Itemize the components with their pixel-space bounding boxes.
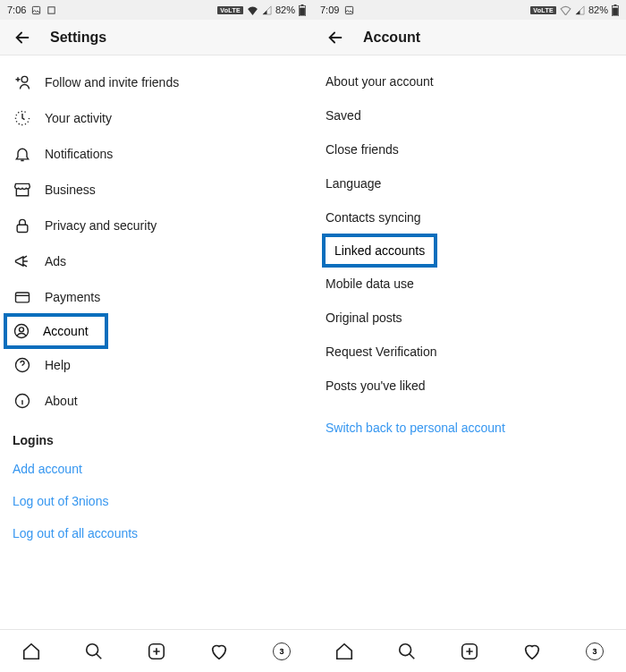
header: Settings xyxy=(0,20,313,55)
signal-icon xyxy=(575,5,585,15)
account-item-linked-accounts[interactable]: Linked accounts xyxy=(322,234,437,268)
settings-item-help[interactable]: Help xyxy=(0,347,313,383)
item-label: Ads xyxy=(45,254,66,268)
settings-item-ads[interactable]: Ads xyxy=(0,243,313,279)
profile-icon[interactable]: 3 xyxy=(585,642,605,661)
account-item-language[interactable]: Language xyxy=(313,166,626,200)
volte-badge: VoLTE xyxy=(530,6,556,14)
settings-item-notifications[interactable]: Notifications xyxy=(0,136,313,172)
settings-list: Follow and invite friends Your activity … xyxy=(0,55,313,549)
account-item-mobile-data[interactable]: Mobile data use xyxy=(313,267,626,301)
svg-rect-4 xyxy=(300,7,305,15)
settings-item-about[interactable]: About xyxy=(0,383,313,419)
svg-point-5 xyxy=(21,76,28,82)
megaphone-icon xyxy=(13,252,32,270)
profile-icon[interactable]: 3 xyxy=(272,642,292,661)
item-label: Your activity xyxy=(45,111,112,125)
item-label: Linked accounts xyxy=(334,243,425,258)
account-item-contacts[interactable]: Contacts syncing xyxy=(313,200,626,234)
signal-icon xyxy=(262,5,272,15)
settings-panel: 7:06 VoLTE 82% xyxy=(0,0,313,549)
svg-point-16 xyxy=(87,643,98,655)
account-item-verification[interactable]: Request Verification xyxy=(313,335,626,369)
status-time: 7:06 xyxy=(7,4,26,15)
home-icon[interactable] xyxy=(21,642,41,661)
card-icon xyxy=(13,288,32,306)
screenshot-icon xyxy=(47,5,56,15)
settings-item-business[interactable]: Business xyxy=(0,172,313,208)
image-icon xyxy=(344,5,354,15)
account-icon xyxy=(13,322,30,340)
item-label: About xyxy=(45,394,78,408)
item-label: Payments xyxy=(45,290,100,304)
logins-header: Logins xyxy=(0,419,313,453)
status-bar: 7:06 VoLTE 82% xyxy=(0,0,313,20)
storefront-icon xyxy=(13,181,32,199)
image-icon xyxy=(31,5,41,15)
logout-user-link[interactable]: Log out of 3nions xyxy=(0,485,313,517)
settings-item-follow-invite[interactable]: Follow and invite friends xyxy=(0,64,313,100)
search-icon[interactable] xyxy=(397,642,417,661)
add-account-link[interactable]: Add account xyxy=(0,453,313,485)
heart-icon[interactable] xyxy=(209,642,229,661)
account-item-close-friends[interactable]: Close friends xyxy=(313,132,626,166)
settings-item-activity[interactable]: Your activity xyxy=(0,100,313,136)
settings-item-payments[interactable]: Payments xyxy=(0,279,313,315)
logout-all-link[interactable]: Log out of all accounts xyxy=(0,517,313,549)
svg-rect-15 xyxy=(613,7,618,15)
heart-icon[interactable] xyxy=(522,642,542,661)
svg-point-9 xyxy=(20,327,24,332)
settings-item-privacy[interactable]: Privacy and security xyxy=(0,208,313,243)
battery-icon xyxy=(299,4,306,16)
settings-item-account[interactable]: Account xyxy=(4,313,108,349)
status-time: 7:09 xyxy=(320,4,339,15)
page-title: Account xyxy=(363,30,420,46)
header: Account xyxy=(313,20,626,55)
battery-icon xyxy=(612,4,619,16)
add-post-icon[interactable] xyxy=(460,642,479,661)
item-label: Business xyxy=(45,183,96,197)
wifi-icon xyxy=(560,5,571,15)
item-label: Privacy and security xyxy=(45,218,156,233)
add-post-icon[interactable] xyxy=(147,642,166,661)
page-title: Settings xyxy=(50,30,106,46)
item-label: Account xyxy=(43,324,89,338)
back-icon[interactable] xyxy=(326,28,345,47)
item-label: Help xyxy=(45,358,71,372)
item-label: Notifications xyxy=(45,147,113,161)
svg-rect-12 xyxy=(346,6,353,13)
svg-rect-1 xyxy=(48,6,55,13)
battery-percent: 82% xyxy=(275,4,295,15)
back-icon[interactable] xyxy=(13,28,32,47)
battery-percent: 82% xyxy=(588,4,608,15)
svg-point-18 xyxy=(400,643,411,655)
clock-icon xyxy=(13,109,32,127)
svg-rect-6 xyxy=(17,225,28,232)
info-icon xyxy=(13,392,32,410)
person-add-icon xyxy=(13,73,32,91)
svg-rect-7 xyxy=(16,293,30,302)
status-bar: 7:09 VoLTE 82% xyxy=(313,0,626,20)
wifi-icon xyxy=(247,5,258,15)
account-list: About your account Saved Close friends L… xyxy=(313,55,626,444)
account-panel: 7:09 VoLTE 82% xyxy=(313,0,626,549)
help-icon xyxy=(13,356,32,374)
account-item-liked-posts[interactable]: Posts you've liked xyxy=(313,369,626,403)
svg-rect-0 xyxy=(33,6,40,13)
item-label: Follow and invite friends xyxy=(45,75,179,89)
bottom-nav: 3 3 xyxy=(0,629,626,672)
lock-icon xyxy=(13,217,32,234)
bell-icon xyxy=(13,145,32,163)
search-icon[interactable] xyxy=(84,642,104,661)
account-item-original-posts[interactable]: Original posts xyxy=(313,301,626,335)
home-icon[interactable] xyxy=(334,642,354,661)
volte-badge: VoLTE xyxy=(217,6,243,14)
account-item-about[interactable]: About your account xyxy=(313,64,626,98)
account-item-saved[interactable]: Saved xyxy=(313,98,626,132)
switch-account-link[interactable]: Switch back to personal account xyxy=(313,403,626,444)
